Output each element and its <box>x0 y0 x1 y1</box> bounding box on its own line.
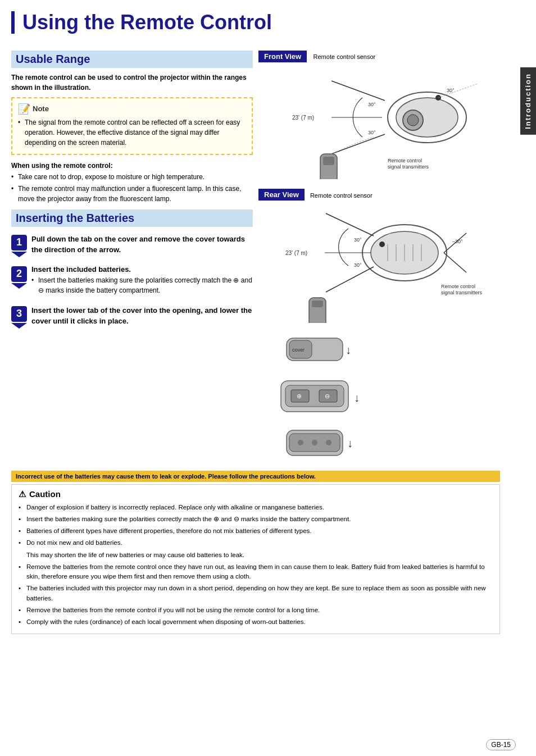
note-title: Note <box>33 104 49 113</box>
step-1-arrow <box>11 252 27 257</box>
main-content: Using the Remote Control Usable Range Th… <box>0 0 520 645</box>
caution-list-2: Remove the batteries from the remote con… <box>19 562 493 627</box>
remote-illus-3: ↓ <box>258 426 371 465</box>
step-3-indicator: 3 <box>11 305 27 329</box>
svg-text:23' (7 m): 23' (7 m) <box>285 250 307 256</box>
svg-point-53 <box>298 440 303 445</box>
caution-title: ⚠ Caution <box>19 489 493 499</box>
step-1-number: 1 <box>11 235 27 251</box>
step-3-number: 3 <box>11 306 27 322</box>
page-number: GB-15 <box>486 739 516 750</box>
svg-text:30°: 30° <box>354 262 362 268</box>
step-2-row: 2 Insert the included batteries. Insert … <box>11 265 253 297</box>
svg-point-54 <box>312 440 317 445</box>
batteries-header: Inserting the Batteries <box>11 210 253 227</box>
caution-indent-text: This may shorten the life of new batteri… <box>19 550 493 560</box>
caution-item-5: Remove the batteries from the remote con… <box>19 562 493 582</box>
svg-line-27 <box>326 213 374 236</box>
caution-section: ⚠ Caution Danger of explosion if battery… <box>11 484 500 635</box>
when-using-item-1: Take care not to drop, expose to moistur… <box>11 172 253 182</box>
front-view-diagram: 23' (7 m) 30° 30° 30° Remote control Rem… <box>258 67 500 179</box>
caution-title-text: Caution <box>29 489 61 499</box>
svg-text:30°: 30° <box>354 237 362 243</box>
svg-text:23' (7 m): 23' (7 m) <box>292 115 314 121</box>
svg-text:⊖: ⊖ <box>325 393 330 399</box>
svg-text:Remote control: Remote control <box>388 158 422 163</box>
step-3-arrow <box>11 323 27 329</box>
rear-view-diagram: 23' (7 m) 30° 30° –30° Remote control si… <box>258 205 500 323</box>
caution-item-2: Insert the batteries making sure the pol… <box>19 514 493 524</box>
svg-rect-14 <box>323 157 334 165</box>
front-view-badge: Front View <box>258 51 307 62</box>
step-2-title: Insert the included batteries. <box>31 265 253 274</box>
step-1-text: Pull down the tab on the cover and remov… <box>31 234 253 256</box>
caution-item-6: The batteries included with this project… <box>19 584 493 603</box>
svg-text:signal transmitters: signal transmitters <box>388 164 429 170</box>
when-using-list: Take care not to drop, expose to moistur… <box>11 172 253 204</box>
note-list: The signal from the remote control can b… <box>18 117 246 148</box>
side-tab: Introduction <box>520 67 536 135</box>
rear-view-section: Rear View Remote control sensor <box>258 189 500 325</box>
warning-bar: Incorrect use of the batteries may cause… <box>11 471 500 482</box>
batteries-section: Inserting the Batteries 1 Pull down the … <box>11 210 253 329</box>
step-2-number: 2 <box>11 266 27 282</box>
svg-text:30°: 30° <box>447 88 455 93</box>
caution-item-3: Batteries of different types have differ… <box>19 526 493 536</box>
step-2-arrow <box>11 283 27 289</box>
note-item: The signal from the remote control can b… <box>18 117 246 148</box>
when-using-title: When using the remote control: <box>11 162 253 170</box>
page-number-value: GB-15 <box>491 741 511 749</box>
svg-text:30°: 30° <box>368 102 376 107</box>
warning-text: Incorrect use of the batteries may cause… <box>16 473 316 480</box>
remote-illus-1: cover ↓ <box>258 333 371 372</box>
step-2-list: Insert the batteries making sure the pol… <box>31 275 253 295</box>
caution-item-7: Remove the batteries from the remote con… <box>19 605 493 615</box>
page-title: Using the Remote Control <box>11 11 500 34</box>
svg-rect-36 <box>312 300 323 307</box>
step-1-row: 1 Pull down the tab on the cover and rem… <box>11 234 253 257</box>
usable-range-title: Usable Range <box>16 53 90 65</box>
caution-item-1: Danger of explosion if battery is incorr… <box>19 503 493 512</box>
rear-view-badge: Rear View <box>258 189 305 201</box>
step-2-content: Insert the included batteries. Insert th… <box>31 265 253 297</box>
two-column-layout: Usable Range The remote control can be u… <box>11 51 500 465</box>
note-box: 📝 Note The signal from the remote contro… <box>11 97 253 155</box>
svg-point-3 <box>407 115 419 126</box>
remote-illus-2: ⊕ ⊖ ↓ <box>258 376 371 421</box>
svg-line-7 <box>331 81 385 101</box>
step-2-bullet: Insert the batteries making sure the pol… <box>31 275 253 295</box>
svg-text:30°: 30° <box>368 130 376 135</box>
batteries-title: Inserting the Batteries <box>16 212 134 224</box>
svg-text:↓: ↓ <box>354 391 360 404</box>
svg-text:↓: ↓ <box>346 344 351 356</box>
svg-text:↓: ↓ <box>347 437 353 449</box>
caution-warning-icon: ⚠ <box>19 489 26 499</box>
step-3-row: 3 Insert the lower tab of the cover into… <box>11 305 253 329</box>
remote-illustrations: cover ↓ ⊕ ⊖ ↓ <box>258 333 500 465</box>
svg-point-55 <box>326 440 331 445</box>
svg-text:Remote control: Remote control <box>441 284 475 289</box>
step-1-indicator: 1 <box>11 234 27 257</box>
step-3-text: Insert the lower tab of the cover into t… <box>31 305 253 327</box>
svg-line-6 <box>331 134 385 154</box>
caution-list: Danger of explosion if battery is incorr… <box>19 503 493 548</box>
svg-text:signal transmitters: signal transmitters <box>441 290 483 295</box>
usable-range-header: Usable Range <box>11 51 253 68</box>
side-tab-label: Introduction <box>524 73 532 129</box>
note-icon-row: 📝 Note <box>18 103 246 115</box>
rear-view-sensor-label: Remote control sensor <box>310 192 373 199</box>
caution-item-8: Comply with the rules (ordinance) of eac… <box>19 617 493 627</box>
note-icon: 📝 <box>18 103 30 115</box>
svg-line-26 <box>326 267 374 292</box>
right-column: Front View Remote control sensor <box>258 51 500 465</box>
when-using-item-2: The remote control may malfunction under… <box>11 184 253 204</box>
svg-line-5 <box>438 84 478 98</box>
front-view-sensor-label: Remote control sensor <box>314 53 376 60</box>
usable-range-intro: The remote control can be used to contro… <box>11 72 253 93</box>
svg-text:cover: cover <box>292 347 305 353</box>
svg-line-33 <box>444 253 466 272</box>
svg-point-25 <box>379 242 385 247</box>
svg-text:–30°: –30° <box>452 239 463 244</box>
svg-text:⊕: ⊕ <box>297 393 302 399</box>
left-column: Usable Range The remote control can be u… <box>11 51 253 465</box>
